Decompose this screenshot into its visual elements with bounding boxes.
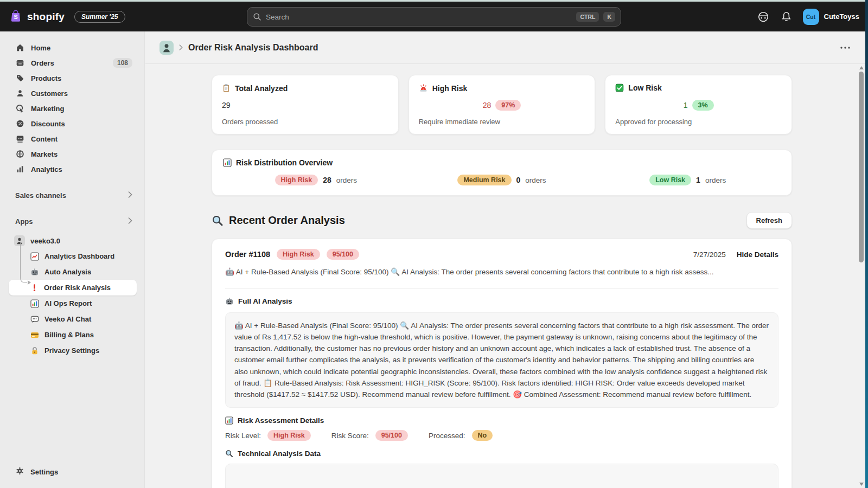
store-avatar: Cut [803,9,819,25]
store-profile-button[interactable]: Cut CuteToyss [803,9,860,25]
clipboard-icon [222,84,231,93]
store-name: CuteToyss [824,12,860,21]
sidebar-item-products[interactable]: Products [9,70,137,86]
dist-high-risk: High Risk 28 orders [223,175,409,185]
low-risk-badge: Low Risk [649,175,691,185]
sidebar-item-settings[interactable]: Settings [9,464,137,479]
risk-assessment-title: Risk Assessment Details [225,416,778,425]
sidebar-app-veeko[interactable]: veeko3.0 [9,233,137,248]
chevron-right-icon [179,44,183,50]
order-score-badge: 95/100 [327,249,359,260]
sidebar-item-ai-ops-report[interactable]: AI Ops Report [9,296,137,311]
sidebar-item-analytics-dashboard[interactable]: Analytics Dashboard [9,248,137,264]
dist-low-risk: Low Risk 1 orders [595,175,781,185]
hide-details-button[interactable]: Hide Details [737,251,778,259]
chevron-right-icon [128,217,132,226]
dist-medium-risk: Medium Risk 0 orders [409,175,595,185]
recent-analysis-title: Recent Order Analysis [229,214,345,227]
analytics-icon [15,164,25,174]
kbd-k: K [603,12,615,22]
sidebar-item-discounts[interactable]: Discounts [9,116,137,131]
gear-icon [15,466,24,477]
sidebar-section-sales-channels[interactable]: Sales channels [9,188,137,203]
shopify-bag-icon: S [9,9,23,25]
search-bar[interactable]: CTRL K [247,7,621,27]
processed-badge: No [472,430,493,441]
shopify-logo[interactable]: S shopify Summer '25 [0,9,125,25]
scrollbar-thumb[interactable] [859,72,864,262]
discounts-icon [15,119,25,129]
app-avatar[interactable] [159,41,174,55]
high-risk-badge: High Risk [275,175,318,185]
order-date: 7/27/2025 [693,251,726,259]
markets-icon [15,149,25,159]
page-title: Order Risk Analysis Dashboard [188,43,318,53]
sidebar-item-veeko-ai-chat[interactable]: Veeko AI Chat [9,311,137,327]
magnifier-icon [225,450,233,458]
technical-analysis-box [225,464,778,488]
sidebar-section-apps[interactable]: Apps [9,214,137,229]
notification-bell-icon[interactable] [781,11,792,22]
technical-analysis-title: Technical Analysis Data [225,450,778,458]
scroll-up-arrow[interactable] [859,66,864,69]
sidebar-item-analytics[interactable]: Analytics [9,162,137,177]
full-ai-analysis-text: 🤖 AI + Rule-Based Analysis (Final Score:… [225,312,778,408]
tree-connector-line [20,242,27,283]
robot-icon [30,268,39,277]
scrollbar [858,65,865,487]
bar-chart-icon [30,299,39,308]
medium-risk-badge: Medium Risk [457,175,511,185]
home-icon [15,43,25,53]
high-risk-percent-badge: 97% [495,100,521,111]
customers-icon [15,88,25,98]
products-icon [15,73,25,83]
season-badge: Summer '25 [74,11,125,23]
risk-level-badge: High Risk [267,430,311,441]
low-risk-value: 1 [684,101,688,110]
check-icon [615,84,624,92]
svg-text:S: S [14,13,17,20]
search-icon [253,12,261,21]
refresh-button[interactable]: Refresh [746,212,792,229]
line-chart-icon [30,252,39,261]
mascot-icon[interactable] [757,10,770,23]
marketing-icon [15,104,25,113]
sidebar-item-billing-plans[interactable]: Billing & Plans [9,327,137,343]
stats-row: Total Analyzed 29 Orders processed High … [212,75,792,134]
stat-card-low-risk: Low Risk 1 3% Approved for processing [605,75,792,134]
low-risk-percent-badge: 3% [692,100,714,111]
divider [225,288,778,288]
sidebar-item-markets[interactable]: Markets [9,146,137,162]
high-risk-value: 28 [483,101,492,110]
magnifier-icon [212,215,224,227]
full-ai-analysis-title: Full AI Analysis [225,297,778,306]
sidebar-item-orders[interactable]: Orders 108 [9,55,137,70]
sidebar-item-home[interactable]: Home [9,40,137,55]
chat-icon [30,315,39,324]
risk-score-badge: 95/100 [375,430,408,441]
bar-chart-icon [223,158,232,167]
content-icon [15,134,25,144]
topbar: S shopify Summer '25 CTRL K Cut CuteToys… [0,2,868,31]
main-area: Order Risk Analysis Dashboard Total Anal… [145,31,868,488]
order-risk-badge: High Risk [277,249,320,260]
recent-analysis-header: Recent Order Analysis Refresh [212,212,792,229]
tree-arrow-icon [28,280,31,285]
scroll-down-arrow[interactable] [859,483,864,486]
order-id: Order #1108 [225,250,270,259]
sidebar-item-marketing[interactable]: Marketing [9,101,137,116]
robot-icon [225,297,234,306]
sidebar: Home Orders 108 Products Customers Marke… [0,31,145,488]
bar-chart-icon [225,416,233,425]
more-actions-button[interactable] [837,43,854,53]
orders-count-badge: 108 [113,58,132,68]
sidebar-item-privacy-settings[interactable]: Privacy Settings [9,343,137,358]
sidebar-item-content[interactable]: Content [9,131,137,146]
orders-icon [15,58,25,68]
sidebar-item-auto-analysis[interactable]: Auto Analysis [9,264,137,280]
kbd-ctrl: CTRL [576,12,599,22]
sidebar-item-customers[interactable]: Customers [9,86,137,101]
search-input[interactable] [266,13,572,21]
breadcrumb: Order Risk Analysis Dashboard [145,31,868,64]
risk-distribution-card: Risk Distribution Overview High Risk 28 … [212,150,792,196]
